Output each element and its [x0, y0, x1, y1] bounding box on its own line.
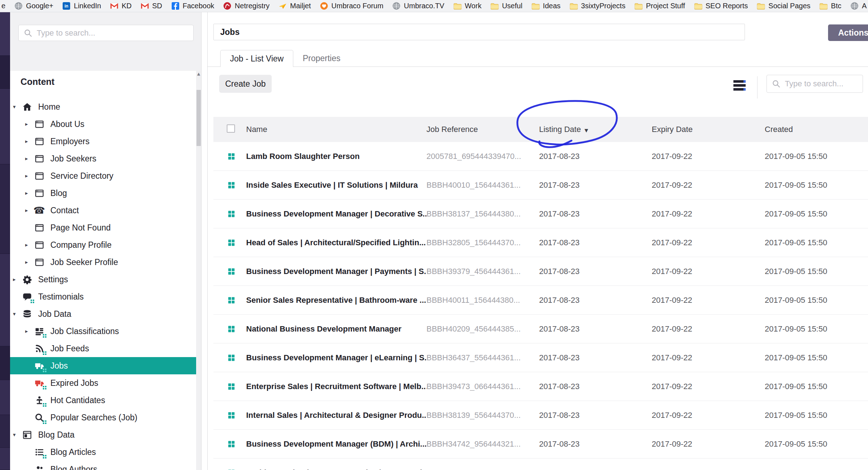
caret-down-icon[interactable]: ▾: [13, 104, 22, 110]
tab-job-list-view[interactable]: Job - List View: [220, 50, 293, 67]
column-header-created[interactable]: Created: [765, 125, 868, 134]
tree-item-expired-jobs[interactable]: Expired Jobs: [10, 374, 196, 392]
tree-item-contact[interactable]: ▸☎Contact: [10, 202, 196, 219]
bookmark-useful[interactable]: Useful: [490, 1, 523, 10]
bookmark-3sixtyprojects[interactable]: 3sixtyProjects: [569, 1, 625, 10]
table-row[interactable]: Business Development Manager | eLearning…: [213, 343, 868, 372]
bookmark-kd[interactable]: KD: [110, 1, 132, 10]
job-name-link[interactable]: Business Development Manager (BDM) | Arc…: [246, 439, 426, 449]
bookmark-facebook[interactable]: Facebook: [171, 1, 214, 10]
tree-item-blog[interactable]: ▸Blog: [10, 184, 196, 202]
job-name-link[interactable]: Head of Sales | Architectural/Specified …: [246, 238, 426, 247]
tab-properties[interactable]: Properties: [293, 50, 350, 67]
bookmark-mailjet[interactable]: Mailjet: [278, 1, 311, 10]
listview-search-box[interactable]: [767, 75, 863, 93]
column-header-name[interactable]: Name: [246, 125, 426, 134]
bookmark-seo-reports[interactable]: SEO Reports: [694, 1, 748, 10]
tree-item-job-seekers[interactable]: ▸Job Seekers: [10, 150, 196, 167]
table-row[interactable]: Inside Sales Executive | IT Solutions | …: [213, 171, 868, 200]
tree-item-service-directory[interactable]: ▸Service Directory: [10, 167, 196, 184]
create-job-button[interactable]: Create Job: [219, 75, 272, 93]
caret-right-icon[interactable]: ▸: [13, 276, 22, 283]
job-name-link[interactable]: Business Development Manager | Decorativ…: [246, 209, 426, 219]
table-row[interactable]: Architectural Sales Representative | Com…: [213, 458, 868, 470]
expiry-date: 2017-09-22: [652, 382, 765, 391]
bookmark-work[interactable]: Work: [453, 1, 482, 10]
table-row[interactable]: Business Development Manager | Payments …: [213, 257, 868, 286]
tree-item-about-us[interactable]: ▸About Us: [10, 115, 196, 133]
actions-button[interactable]: Actions▼: [828, 24, 868, 41]
tree-item-blog-articles[interactable]: Blog Articles: [10, 443, 196, 461]
tree-item-employers[interactable]: ▸Employers: [10, 133, 196, 150]
table-row[interactable]: Business Development Manager (BDM) | Arc…: [213, 430, 868, 458]
tree-scrollbar[interactable]: ▲: [196, 71, 201, 470]
job-name-link[interactable]: Business Development Manager | Payments …: [246, 267, 426, 276]
tree-item-home[interactable]: ▾Home: [10, 98, 196, 115]
job-name-link[interactable]: Inside Sales Executive | IT Solutions | …: [246, 181, 426, 190]
table-row[interactable]: Internal Sales | Architectural & Designe…: [213, 401, 868, 430]
table-row[interactable]: Lamb Room Slaughter Person2005781_695444…: [213, 142, 868, 171]
table-row[interactable]: Business Development Manager | Decorativ…: [213, 200, 868, 228]
column-header-expiry-date[interactable]: Expiry Date: [652, 125, 765, 134]
tree-item-testimonials[interactable]: Testimonials: [10, 288, 196, 305]
bookmark-linkedin[interactable]: inLinkedIn: [62, 1, 101, 10]
tree-item-job-seeker-profile[interactable]: ▸Job Seeker Profile: [10, 254, 196, 271]
scroll-up-icon[interactable]: ▲: [196, 72, 201, 77]
bookmark-netregistry[interactable]: Netregistry: [223, 1, 270, 10]
table-row[interactable]: Senior Sales Representative | Bathroom-w…: [213, 286, 868, 315]
job-name-link[interactable]: Architectural Sales Representative | Com…: [246, 468, 426, 470]
tree-search-box[interactable]: [18, 25, 194, 41]
tree-item-jobs[interactable]: Jobs: [10, 357, 196, 374]
bookmark-google[interactable]: Google+: [14, 1, 53, 10]
caret-right-icon[interactable]: ▸: [25, 155, 34, 162]
tree-item-popular-searches-job[interactable]: Popular Searches (Job): [10, 409, 196, 426]
job-name-link[interactable]: Enterprise Sales | Recruitment Software …: [246, 382, 426, 391]
tree-item-hot-cantidates[interactable]: Hot Cantidates: [10, 392, 196, 409]
tree-search-input[interactable]: [36, 28, 193, 38]
bookmark-social-pages[interactable]: Social Pages: [756, 1, 810, 10]
caret-right-icon[interactable]: ▸: [25, 121, 34, 127]
job-name-link[interactable]: National Business Development Manager: [246, 324, 426, 334]
table-row[interactable]: Head of Sales | Architectural/Specified …: [213, 228, 868, 257]
job-name-link[interactable]: Business Development Manager | eLearning…: [246, 353, 426, 362]
tree-item-job-data[interactable]: ▾Job Data: [10, 305, 196, 323]
job-name-link[interactable]: Lamb Room Slaughter Person: [246, 152, 426, 161]
sections-strip[interactable]: [0, 12, 10, 470]
table-row[interactable]: Enterprise Sales | Recruitment Software …: [213, 372, 868, 401]
bookmark-a-guide-to-schema-m[interactable]: A Guide To Schema M...: [850, 1, 868, 10]
caret-right-icon[interactable]: ▸: [25, 259, 34, 265]
column-header-job-reference[interactable]: Job Reference: [426, 125, 539, 134]
caret-down-icon[interactable]: ▾: [13, 311, 22, 317]
tree-item-blog-data[interactable]: ▾Blog Data: [10, 426, 196, 443]
job-name-link[interactable]: Internal Sales | Architectural & Designe…: [246, 411, 426, 420]
tree-item-job-classifications[interactable]: ▸Job Classifications: [10, 323, 196, 340]
bookmark-btc[interactable]: Btc: [819, 1, 841, 10]
bookmark-sd[interactable]: SD: [140, 1, 162, 10]
grid-icon: [227, 440, 246, 448]
caret-right-icon[interactable]: ▸: [25, 173, 34, 179]
bookmark-project-stuff[interactable]: Project Stuff: [634, 1, 685, 10]
tree-item-company-profile[interactable]: ▸Company Profile: [10, 236, 196, 254]
tree-item-page-not-found[interactable]: Page Not Found: [10, 219, 196, 236]
node-name-input[interactable]: [213, 24, 745, 40]
column-header-listing-date[interactable]: Listing Date▼: [539, 125, 652, 134]
list-layout-icon[interactable]: [733, 80, 746, 91]
bookmark-e[interactable]: e: [1, 2, 5, 10]
scrollbar-thumb[interactable]: [196, 90, 201, 146]
select-all-checkbox[interactable]: [227, 124, 235, 133]
caret-right-icon[interactable]: ▸: [25, 138, 34, 145]
listview-search-input[interactable]: [784, 79, 863, 89]
caret-right-icon[interactable]: ▸: [25, 242, 34, 248]
caret-right-icon[interactable]: ▸: [25, 190, 34, 196]
table-row[interactable]: National Business Development ManagerBBB…: [213, 315, 868, 343]
tree-item-job-feeds[interactable]: Job Feeds: [10, 340, 196, 357]
caret-down-icon[interactable]: ▾: [13, 432, 22, 438]
bookmark-umbraco-tv[interactable]: Umbraco.TV: [392, 1, 444, 10]
caret-right-icon[interactable]: ▸: [25, 328, 34, 334]
bookmark-umbraco-forum[interactable]: Umbraco Forum: [320, 1, 383, 10]
job-name-link[interactable]: Senior Sales Representative | Bathroom-w…: [246, 296, 426, 305]
tree-item-settings[interactable]: ▸Settings: [10, 271, 196, 288]
tree-item-blog-authors[interactable]: Blog Authors: [10, 461, 196, 470]
bookmark-ideas[interactable]: Ideas: [531, 1, 561, 10]
caret-right-icon[interactable]: ▸: [25, 207, 34, 214]
